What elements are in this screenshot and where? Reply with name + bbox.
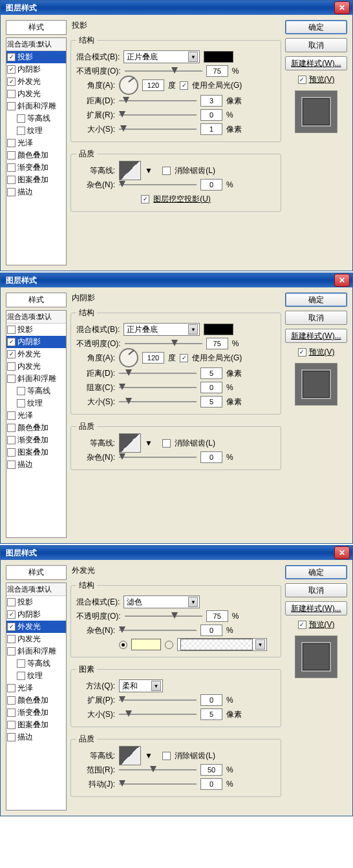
gradient-select[interactable]: ▼ (177, 638, 267, 651)
style-check-stroke[interactable] (7, 188, 16, 196)
slider[interactable] (119, 397, 197, 406)
style-row-pattern_overlay[interactable]: 图案叠加 (6, 719, 66, 731)
angle-dial[interactable] (119, 76, 138, 95)
contour-picker[interactable] (119, 161, 141, 180)
style-row-stroke[interactable]: 描边 (6, 459, 66, 471)
global-light-check[interactable] (180, 354, 188, 362)
ok-button[interactable]: 确定 (285, 293, 347, 307)
style-row-satin[interactable]: 光泽 (6, 409, 66, 422)
glow-solid-radio[interactable] (119, 641, 127, 649)
preview-check[interactable] (298, 76, 306, 84)
knockout-check[interactable] (141, 195, 149, 203)
value-input[interactable]: 0 (200, 382, 222, 393)
style-check-texture[interactable] (17, 127, 25, 135)
style-row-texture[interactable]: 纹理 (6, 125, 66, 137)
global-light-check[interactable] (180, 81, 188, 90)
angle-dial[interactable] (119, 348, 138, 367)
slider[interactable] (119, 125, 197, 134)
slider[interactable] (119, 710, 197, 719)
slider[interactable] (119, 383, 197, 392)
style-row-texture[interactable]: 纹理 (6, 670, 66, 682)
style-check-bevel_emboss[interactable] (7, 375, 16, 383)
select[interactable]: 正片叠底▼ (123, 323, 200, 336)
value-input[interactable]: 75 (206, 610, 228, 622)
style-row-color_overlay[interactable]: 颜色叠加 (6, 422, 66, 434)
style-row-stroke[interactable]: 描边 (6, 186, 66, 198)
style-check-satin[interactable] (7, 411, 16, 420)
style-row-pattern_overlay[interactable]: 图案叠加 (6, 446, 66, 459)
style-check-pattern_overlay[interactable] (7, 176, 16, 184)
color-swatch[interactable] (204, 324, 233, 335)
style-row-outer_glow[interactable]: 外发光 (6, 76, 66, 88)
new-style-button[interactable]: 新建样式(W)... (285, 601, 347, 615)
slider[interactable] (119, 765, 197, 774)
style-check-pattern_overlay[interactable] (7, 448, 16, 457)
style-check-inner_shadow[interactable] (7, 610, 16, 619)
slider[interactable] (119, 96, 197, 105)
style-check-gradient_overlay[interactable] (7, 436, 16, 444)
ok-button[interactable]: 确定 (285, 565, 347, 579)
style-check-inner_shadow[interactable] (7, 65, 16, 74)
style-row-color_overlay[interactable]: 颜色叠加 (6, 694, 66, 707)
slider[interactable] (119, 453, 197, 462)
ok-button[interactable]: 确定 (285, 20, 347, 34)
close-icon[interactable]: ✕ (334, 1, 350, 14)
slider[interactable] (119, 110, 197, 119)
style-row-bevel_emboss[interactable]: 斜面和浮雕 (6, 373, 66, 385)
select[interactable]: 滤色▼ (123, 595, 200, 608)
style-check-texture[interactable] (17, 672, 25, 680)
style-row-contour[interactable]: 等高线 (6, 385, 66, 397)
value-input[interactable]: 5 (200, 396, 222, 408)
value-input[interactable]: 75 (206, 65, 228, 77)
style-check-satin[interactable] (7, 684, 16, 692)
blend-default[interactable]: 混合选项:默认 (6, 583, 66, 596)
new-style-button[interactable]: 新建样式(W)... (285, 329, 347, 343)
slider[interactable] (125, 339, 202, 348)
color-swatch[interactable] (204, 51, 233, 63)
style-check-drop_shadow[interactable] (7, 53, 16, 61)
style-check-gradient_overlay[interactable] (7, 163, 16, 172)
value-input[interactable]: 0 (200, 109, 222, 121)
blend-default[interactable]: 混合选项:默认 (6, 38, 66, 51)
value-input[interactable]: 75 (206, 338, 228, 349)
slider[interactable] (125, 612, 202, 621)
style-row-gradient_overlay[interactable]: 渐变叠加 (6, 434, 66, 446)
new-style-button[interactable]: 新建样式(W)... (285, 56, 347, 70)
style-check-bevel_emboss[interactable] (7, 647, 16, 656)
style-check-outer_glow[interactable] (7, 78, 16, 86)
value-input[interactable]: 1 (200, 123, 222, 135)
chevron-down-icon[interactable]: ▼ (145, 166, 153, 175)
style-check-color_overlay[interactable] (7, 696, 16, 705)
contour-picker[interactable] (119, 433, 141, 453)
value-input[interactable]: 0 (200, 451, 222, 463)
value-input[interactable]: 0 (200, 625, 222, 636)
contour-picker[interactable] (119, 746, 141, 765)
cancel-button[interactable]: 取消 (285, 583, 347, 597)
style-check-satin[interactable] (7, 139, 16, 147)
style-check-contour[interactable] (17, 114, 25, 123)
style-check-gradient_overlay[interactable] (7, 708, 16, 717)
slider[interactable] (119, 696, 197, 705)
style-row-color_overlay[interactable]: 颜色叠加 (6, 149, 66, 161)
value-input[interactable]: 5 (200, 708, 222, 720)
style-row-bevel_emboss[interactable]: 斜面和浮雕 (6, 100, 66, 112)
style-check-inner_glow[interactable] (7, 90, 16, 98)
style-row-bevel_emboss[interactable]: 斜面和浮雕 (6, 645, 66, 657)
style-check-bevel_emboss[interactable] (7, 102, 16, 110)
value-input[interactable]: 50 (200, 764, 222, 776)
blend-default[interactable]: 混合选项:默认 (6, 311, 66, 324)
glow-color-swatch[interactable] (131, 639, 161, 650)
value-input[interactable]: 0 (200, 694, 222, 706)
anti-alias-check[interactable] (162, 167, 171, 175)
style-row-pattern_overlay[interactable]: 图案叠加 (6, 174, 66, 186)
style-check-pattern_overlay[interactable] (7, 721, 16, 729)
style-check-color_overlay[interactable] (7, 424, 16, 432)
chevron-down-icon[interactable]: ▼ (145, 751, 153, 760)
style-row-inner_shadow[interactable]: 内阴影 (6, 63, 66, 76)
cancel-button[interactable]: 取消 (285, 38, 347, 52)
style-check-outer_glow[interactable] (7, 623, 16, 631)
value-input[interactable]: 0 (200, 179, 222, 191)
preview-check[interactable] (298, 621, 306, 629)
select[interactable]: 正片叠底▼ (123, 50, 200, 63)
value-input[interactable]: 120 (142, 352, 164, 364)
